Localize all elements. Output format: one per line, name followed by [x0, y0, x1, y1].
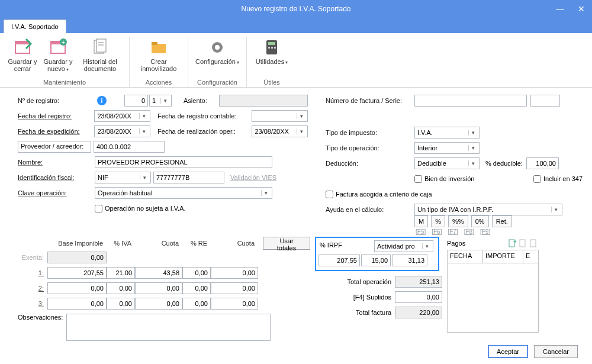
label-num-factura: Número de factura / Serie:: [326, 97, 414, 104]
btn-ret[interactable]: Ret.: [492, 215, 512, 227]
fecha-registro-input[interactable]: 23/08/20XX▾: [94, 110, 150, 122]
aceptar-button[interactable]: Aceptar: [488, 345, 528, 358]
irpf-box: % IRPF Actividad pro▾: [315, 237, 439, 271]
label-ident-fiscal: Identificación fiscal:: [18, 174, 95, 181]
calculator-icon: [262, 38, 281, 57]
f8-hint: [F8]: [464, 228, 474, 235]
save-new-icon: +: [49, 38, 67, 57]
label-pagos: Pagos: [447, 240, 465, 247]
r1-cuota[interactable]: [135, 267, 182, 279]
delete-pago-icon[interactable]: [528, 238, 539, 249]
btn-m[interactable]: M: [414, 215, 428, 227]
tipo-impuesto-select[interactable]: I.V.A.▾: [414, 127, 480, 138]
crear-inmovilizado-button[interactable]: Crear inmovilizado: [136, 37, 182, 78]
pagos-hdr-e: E: [523, 250, 536, 263]
ident-tipo-select[interactable]: NIF▾: [95, 172, 151, 183]
fecha-reg-contable-input[interactable]: ▾: [252, 110, 308, 122]
observaciones-input[interactable]: [66, 314, 271, 341]
minimize-button[interactable]: —: [549, 0, 571, 18]
ayuda-calculo-select[interactable]: Un tipo de IVA con I.R.P.F.▾: [414, 204, 562, 215]
r3-cuota[interactable]: [135, 298, 182, 310]
label-clave-operacion: Clave operación:: [18, 189, 95, 197]
tab-iva-soportado[interactable]: I.V.A. Soportado: [4, 20, 66, 33]
r2-iva[interactable]: [107, 282, 135, 294]
guardar-cerrar-button[interactable]: Guardar y cerrar: [6, 37, 39, 78]
hdr-base: Base Imponible: [47, 240, 107, 247]
r3-re[interactable]: [182, 298, 211, 310]
btn-pctpct[interactable]: %%: [448, 215, 468, 227]
n-registro-input[interactable]: [124, 95, 148, 107]
usar-totales-button[interactable]: Usar totales: [263, 237, 310, 250]
label-fecha-reg-contable: Fecha de registro contable:: [157, 112, 252, 120]
guardar-nuevo-button[interactable]: + Guardar y nuevo▾: [41, 37, 75, 78]
fecha-expedicion-input[interactable]: 23/08/20XX▾: [94, 125, 150, 137]
proveedor-input[interactable]: [94, 141, 165, 153]
label-fecha-registro: Fecha del registro:: [18, 112, 94, 120]
validacion-vies-link[interactable]: Validación VIES: [230, 174, 276, 181]
svg-rect-10: [152, 44, 166, 53]
svg-rect-21: [520, 240, 525, 247]
titlebar: Nuevo registro de I.V.A. Soportado — ✕: [0, 0, 592, 18]
label-fecha-expedicion: Fecha de expedición:: [18, 128, 94, 135]
label-observaciones: Observaciones:: [18, 314, 63, 321]
num-factura-input[interactable]: [414, 95, 527, 107]
edit-pago-icon[interactable]: [517, 238, 528, 249]
actividad-select[interactable]: Actividad pro▾: [374, 240, 433, 252]
r2-cuota[interactable]: [135, 282, 182, 294]
irpf-pct[interactable]: [361, 255, 391, 266]
group-acciones: Acciones: [146, 78, 172, 87]
r2-re[interactable]: [182, 282, 211, 294]
fecha-realizacion-input[interactable]: 23/08/20XX▾: [252, 125, 308, 137]
svg-rect-16: [268, 47, 270, 49]
historial-button[interactable]: Historial del documento: [77, 37, 123, 78]
clave-operacion-select[interactable]: Operación habitual▾: [95, 187, 272, 199]
r1-cuota2[interactable]: [211, 267, 258, 279]
r3-iva[interactable]: [107, 298, 135, 310]
r1-re[interactable]: [182, 267, 211, 279]
info-icon[interactable]: i: [97, 96, 107, 105]
close-button[interactable]: ✕: [571, 0, 592, 18]
tipo-operacion-select[interactable]: Interior▾: [414, 142, 480, 154]
deduccion-select[interactable]: Deducible▾: [414, 157, 480, 169]
suplidos[interactable]: [395, 291, 442, 303]
n-registro-serie-select[interactable]: 1▾: [149, 95, 172, 107]
svg-rect-18: [274, 47, 276, 49]
label-total-operacion: Total operación: [326, 278, 391, 285]
pct-deducible-input[interactable]: [526, 157, 559, 169]
irpf-cuota[interactable]: [392, 255, 427, 266]
svg-rect-22: [530, 240, 536, 247]
label-fecha-realizacion: Fecha de realización oper.:: [157, 128, 252, 135]
irpf-base[interactable]: [318, 255, 360, 266]
serie-input[interactable]: [530, 95, 560, 107]
cancelar-button[interactable]: Cancelar: [534, 345, 578, 358]
r3-base[interactable]: [47, 298, 107, 310]
r2-base[interactable]: [47, 282, 107, 294]
r3-cuota2[interactable]: [211, 298, 258, 310]
btn-0pct[interactable]: 0%: [471, 215, 489, 227]
tabstrip: I.V.A. Soportado: [0, 18, 592, 33]
criterio-caja-checkbox[interactable]: Factura acogida a criterio de caja: [326, 191, 432, 198]
pagos-grid[interactable]: FECHA IMPORTE E: [447, 250, 539, 333]
incluir-347-checkbox[interactable]: Incluir en 347: [533, 175, 583, 183]
utilidades-button[interactable]: Utilidades▾: [253, 37, 291, 78]
f6-hint: [F6]: [432, 228, 442, 235]
label-n-registro: Nº de registro:: [18, 97, 95, 104]
configuracion-button[interactable]: Configuración▾: [194, 37, 240, 78]
label-deduccion: Deducción:: [326, 160, 414, 167]
label-asiento: Asiento:: [184, 97, 219, 104]
r1-iva[interactable]: [107, 267, 135, 279]
nombre-input[interactable]: [95, 156, 272, 168]
svg-text:+: +: [513, 239, 516, 245]
label-total-factura: Total factura: [326, 309, 391, 316]
label-proveedor[interactable]: Proveedor / acreedor:: [18, 141, 91, 153]
add-pago-icon[interactable]: +: [507, 238, 517, 249]
r2-cuota2[interactable]: [211, 282, 258, 294]
hdr-cuota: Cuota: [135, 240, 182, 247]
ident-valor-input[interactable]: [153, 172, 224, 183]
total-operacion: [395, 276, 442, 288]
bien-inversion-checkbox[interactable]: Bien de inversión: [414, 175, 474, 183]
r1-base[interactable]: [47, 267, 107, 279]
window-title: Nuevo registro de I.V.A. Soportado: [241, 5, 350, 13]
op-no-sujeta-checkbox[interactable]: Operación no sujeta a I.V.A.: [95, 205, 186, 212]
btn-pct[interactable]: %: [431, 215, 445, 227]
